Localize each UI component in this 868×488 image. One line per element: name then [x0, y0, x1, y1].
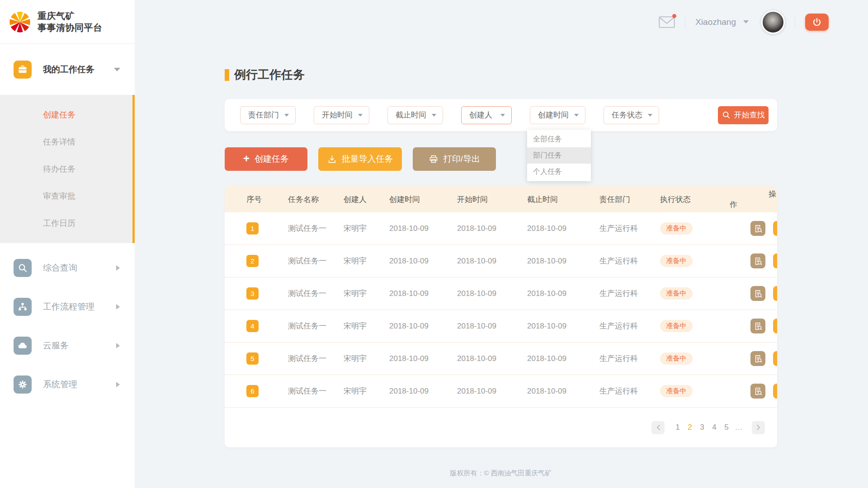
filter-dropdown-label: 截止时间 [396, 110, 426, 120]
filter-dropdown-label: 创建时间 [538, 110, 569, 120]
task-created-date: 2018-10-09 [389, 257, 457, 266]
power-icon [812, 17, 822, 27]
chevron-down-icon [648, 114, 652, 117]
table-row: 3 测试任务一 宋明宇 2018-10-09 2018-10-09 2018-1… [225, 277, 777, 310]
sidebar-section-my-tasks[interactable]: 我的工作任务 [0, 44, 135, 95]
document-search-icon [754, 354, 763, 363]
filter-dropdown[interactable]: 创建人 [461, 106, 512, 124]
prev-page-button[interactable] [651, 421, 665, 434]
document-search-icon [754, 224, 763, 233]
filter-dropdown[interactable]: 截止时间 [387, 106, 443, 124]
task-name: 测试任务一 [288, 223, 344, 234]
row-index-badge: 3 [246, 287, 259, 300]
page-number[interactable]: 5 [722, 423, 731, 432]
chevron-down-icon[interactable] [743, 20, 749, 23]
dropdown-menu-item[interactable]: 全部任务 [527, 131, 591, 147]
plus-icon: + [243, 153, 250, 164]
task-start-date: 2018-10-09 [457, 387, 527, 396]
sidebar-submenu-item[interactable]: 审查审批 [0, 183, 132, 210]
task-name: 测试任务一 [288, 288, 344, 299]
table-header-row: 序号 任务名称 创建人 创建时间 开始时间 截止时间 责任部门 执行状态 操作 [225, 186, 777, 212]
task-department: 生产运行科 [599, 288, 660, 299]
page-number[interactable]: … [735, 423, 743, 432]
filter-dropdown[interactable]: 开始时间 [314, 106, 369, 124]
filter-dropdowns: 责任部门 开始时间 截止时间 创建人 创建时间 任务状态 [240, 106, 659, 124]
divider [685, 15, 685, 29]
title-accent-bar [225, 69, 229, 81]
row-index-badge: 6 [246, 385, 259, 397]
pencil-icon [776, 354, 778, 363]
avatar[interactable] [761, 10, 785, 34]
edit-task-button[interactable] [773, 221, 777, 236]
sidebar-item-cloud[interactable]: 云服务 [0, 326, 135, 365]
col-header-name: 任务名称 [288, 194, 344, 205]
task-creator: 宋明宇 [344, 288, 389, 299]
sidebar-submenu-item[interactable]: 工作日历 [0, 210, 132, 237]
edit-task-button[interactable] [773, 319, 777, 333]
sidebar-submenu-item[interactable]: 任务详情 [0, 128, 132, 155]
sidebar-submenu: 创建任务任务详情待办任务审查审批工作日历 [0, 95, 135, 243]
view-task-button[interactable] [750, 286, 765, 301]
table-row: 4 测试任务一 宋明宇 2018-10-09 2018-10-09 2018-1… [225, 310, 777, 343]
filter-dropdown[interactable]: 责任部门 [240, 106, 296, 124]
filter-dropdown[interactable]: 任务状态 [604, 106, 659, 124]
view-task-button[interactable] [750, 351, 765, 366]
status-badge: 准备中 [660, 385, 693, 397]
main-content: 例行工作任务 责任部门 开始时间 截止时间 创建人 创建时间 任务状态 开始查找… [135, 0, 868, 488]
actions-row: + 创建任务 批量导入任务 打印/导出 [225, 147, 777, 171]
filter-dropdown[interactable]: 创建时间 [530, 106, 585, 124]
pencil-icon [776, 257, 778, 266]
chevron-down-icon [500, 114, 505, 117]
edit-task-button[interactable] [773, 286, 777, 301]
sidebar-item-label: 云服务 [43, 340, 69, 352]
sidebar-item-workflow[interactable]: 工作流程管理 [0, 287, 135, 326]
task-start-date: 2018-10-09 [457, 322, 527, 331]
task-start-date: 2018-10-09 [457, 224, 527, 233]
filter-dropdown-label: 任务状态 [612, 110, 642, 120]
sidebar-submenu-item[interactable]: 待办任务 [0, 155, 132, 183]
create-task-button[interactable]: + 创建任务 [225, 147, 307, 171]
chevron-down-icon [284, 114, 289, 117]
view-task-button[interactable] [750, 384, 765, 399]
task-created-date: 2018-10-09 [389, 322, 457, 331]
batch-import-label: 批量导入任务 [342, 153, 393, 165]
notification-dot [672, 14, 676, 18]
row-index-badge: 4 [246, 320, 259, 332]
task-start-date: 2018-10-09 [457, 257, 527, 266]
edit-task-button[interactable] [773, 351, 777, 366]
chevron-right-icon [756, 424, 761, 431]
pencil-icon [776, 289, 778, 298]
view-task-button[interactable] [750, 319, 765, 333]
logout-power-button[interactable] [805, 14, 829, 31]
edit-task-button[interactable] [773, 384, 777, 399]
col-header-ops: 操作 [730, 189, 776, 210]
task-name: 测试任务一 [288, 256, 344, 266]
page-number[interactable]: 2 [686, 423, 694, 432]
page-number[interactable]: 4 [710, 423, 718, 432]
search-icon [722, 111, 731, 119]
search-button[interactable]: 开始查找 [718, 106, 769, 124]
print-export-label: 打印/导出 [443, 153, 480, 165]
pencil-icon [776, 224, 778, 233]
row-index-badge: 5 [246, 352, 259, 365]
sidebar-item-system[interactable]: 系统管理 [0, 365, 135, 404]
mail-icon[interactable] [659, 16, 675, 28]
task-name: 测试任务一 [288, 321, 344, 331]
page-number[interactable]: 3 [698, 423, 706, 432]
brand-line1: 重庆气矿 [38, 10, 103, 22]
view-task-button[interactable] [750, 253, 765, 268]
dropdown-menu-item[interactable]: 部门任务 [527, 147, 591, 164]
username[interactable]: Xiaozhang [695, 17, 736, 27]
page-number[interactable]: 1 [674, 423, 682, 432]
sidebar-submenu-item[interactable]: 创建任务 [0, 101, 132, 128]
sidebar-item-query[interactable]: 综合查询 [0, 249, 135, 287]
chevron-right-icon [116, 343, 120, 348]
next-page-button[interactable] [752, 421, 765, 434]
edit-task-button[interactable] [773, 253, 777, 268]
task-created-date: 2018-10-09 [389, 387, 457, 396]
filter-dropdown-label: 创建人 [469, 110, 492, 120]
print-export-button[interactable]: 打印/导出 [413, 147, 496, 171]
dropdown-menu-item[interactable]: 个人任务 [527, 164, 591, 180]
view-task-button[interactable] [750, 221, 765, 236]
batch-import-button[interactable]: 批量导入任务 [318, 147, 402, 171]
